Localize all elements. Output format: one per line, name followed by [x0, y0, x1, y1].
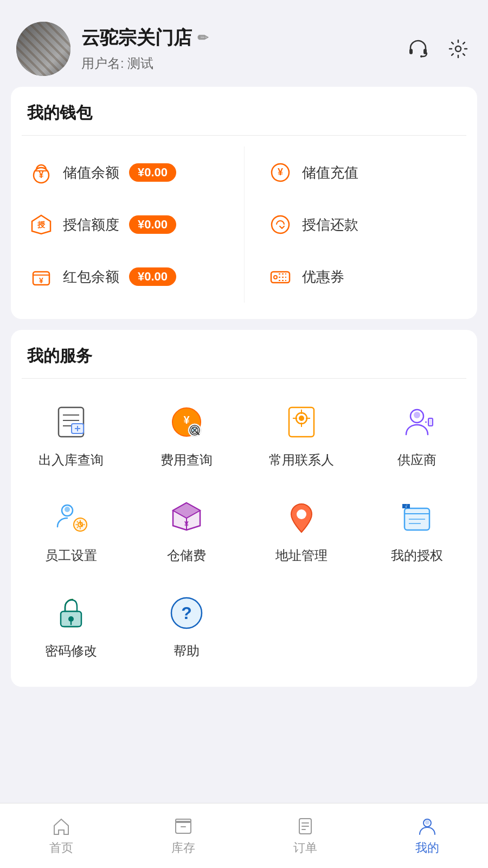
wallet-grid: ¥ 储值余额 ¥0.00 授	[11, 136, 477, 319]
wallet-item-repay[interactable]: 授信还款	[266, 199, 461, 251]
nav-home[interactable]: 首页	[0, 810, 122, 861]
nav-mine[interactable]: 我的	[366, 810, 488, 861]
settings-button[interactable]	[445, 35, 472, 62]
service-address[interactable]: 地址管理	[247, 485, 357, 575]
orders-icon	[295, 816, 316, 837]
svg-point-3	[455, 46, 461, 52]
redpacket-icon: ¥	[27, 263, 55, 291]
service-auth[interactable]: √ 我的授权	[362, 485, 472, 575]
employee-icon	[49, 496, 93, 539]
services-card: 我的服务 出入库查询	[11, 330, 477, 687]
address-icon	[280, 496, 323, 539]
password-icon	[49, 591, 93, 635]
bottom-nav: 首页 库存 订单	[0, 803, 488, 868]
svg-text:?: ?	[181, 603, 192, 623]
wallet-item-balance[interactable]: ¥ 储值余额 ¥0.00	[27, 146, 244, 199]
svg-rect-0	[409, 49, 413, 54]
storage-label: 仓储费	[167, 547, 206, 564]
service-employee[interactable]: 员工设置	[16, 485, 126, 575]
wallet-item-credit[interactable]: 授 授信额度 ¥0.00	[27, 199, 244, 251]
fees-icon: ¥ 🔍	[165, 400, 208, 444]
repay-label: 授信还款	[302, 215, 358, 234]
balance-amount: ¥0.00	[129, 163, 176, 182]
svg-rect-38	[428, 418, 433, 426]
svg-point-2	[420, 55, 422, 58]
contacts-icon	[280, 400, 323, 444]
svg-point-55	[68, 616, 74, 622]
service-fees[interactable]: ¥ 🔍 费用查询	[132, 390, 242, 480]
mine-icon	[417, 816, 438, 837]
svg-text:¥: ¥	[278, 167, 283, 177]
svg-text:¥: ¥	[39, 170, 44, 180]
inout-icon	[49, 400, 93, 444]
recharge-label: 储值充值	[302, 163, 358, 182]
recharge-icon: ¥	[266, 158, 294, 187]
coupon-label: 优惠券	[302, 267, 344, 286]
svg-point-40	[65, 507, 70, 512]
user-info: 云驼宗关门店 ✏ 用户名: 测试	[81, 25, 208, 72]
avatar[interactable]	[16, 22, 70, 76]
help-label: 帮助	[174, 642, 200, 660]
wallet-item-coupon[interactable]: 优惠券	[266, 251, 461, 303]
header-left: 云驼宗关门店 ✏ 用户名: 测试	[16, 22, 208, 76]
wallet-card: 我的钱包 ¥ 储值余额 ¥0.00	[11, 87, 477, 319]
inout-label: 出入库查询	[38, 451, 104, 469]
services-grid: 出入库查询 ¥ 🔍 费用查询	[11, 379, 477, 687]
store-name: 云驼宗关门店 ✏	[81, 25, 208, 50]
home-icon	[51, 816, 72, 837]
nav-home-label: 首页	[49, 840, 73, 856]
help-icon: ?	[165, 591, 208, 635]
svg-text:¥: ¥	[39, 276, 43, 285]
supplier-icon	[395, 400, 439, 444]
service-supplier[interactable]: 供应商	[362, 390, 472, 480]
balance-icon: ¥	[27, 158, 55, 187]
svg-point-34	[299, 416, 304, 421]
username: 用户名: 测试	[81, 55, 208, 72]
header-icons	[404, 35, 472, 62]
redpacket-label: 红包余额	[63, 267, 119, 286]
wallet-item-redpacket[interactable]: ¥ 红包余额 ¥0.00	[27, 251, 244, 303]
password-label: 密码修改	[45, 642, 97, 660]
svg-point-12	[272, 216, 289, 233]
edit-icon[interactable]: ✏	[197, 30, 208, 46]
svg-text:授: 授	[37, 220, 46, 229]
supplier-label: 供应商	[397, 451, 436, 469]
auth-icon: √	[395, 496, 439, 539]
auth-label: 我的授权	[391, 547, 443, 564]
service-help[interactable]: ? 帮助	[132, 580, 242, 671]
redpacket-amount: ¥0.00	[129, 267, 176, 286]
nav-inventory-label: 库存	[171, 840, 195, 856]
headset-button[interactable]	[404, 35, 432, 62]
credit-icon: 授	[27, 210, 55, 239]
inventory-icon	[173, 816, 194, 837]
service-password[interactable]: 密码修改	[16, 580, 126, 671]
svg-point-14	[274, 276, 277, 279]
nav-mine-label: 我的	[415, 840, 439, 856]
svg-point-67	[425, 820, 429, 825]
wallet-title: 我的钱包	[11, 87, 477, 135]
services-title: 我的服务	[11, 330, 477, 378]
contacts-label: 常用联系人	[269, 451, 334, 469]
nav-inventory[interactable]: 库存	[122, 810, 244, 861]
nav-orders[interactable]: 订单	[244, 810, 366, 861]
service-storage[interactable]: ¥ 仓储费	[132, 485, 242, 575]
service-contacts[interactable]: 常用联系人	[247, 390, 357, 480]
credit-amount: ¥0.00	[129, 215, 176, 234]
svg-text:¥: ¥	[184, 520, 189, 528]
nav-orders-label: 订单	[293, 840, 317, 856]
address-label: 地址管理	[275, 547, 328, 564]
wallet-right-col: ¥ 储值充值 授信还款	[244, 146, 461, 303]
coupon-icon	[266, 263, 294, 291]
svg-point-36	[414, 412, 420, 418]
wallet-item-recharge[interactable]: ¥ 储值充值	[266, 146, 461, 199]
credit-label: 授信额度	[63, 215, 119, 234]
service-inout[interactable]: 出入库查询	[16, 390, 126, 480]
svg-point-47	[297, 509, 306, 519]
employee-label: 员工设置	[45, 547, 97, 564]
balance-label: 储值余额	[63, 163, 119, 182]
svg-text:¥: ¥	[183, 414, 190, 426]
storage-icon: ¥	[165, 496, 208, 539]
wallet-left-col: ¥ 储值余额 ¥0.00 授	[27, 146, 244, 303]
svg-text:√: √	[405, 504, 408, 509]
fees-label: 费用查询	[160, 451, 213, 469]
